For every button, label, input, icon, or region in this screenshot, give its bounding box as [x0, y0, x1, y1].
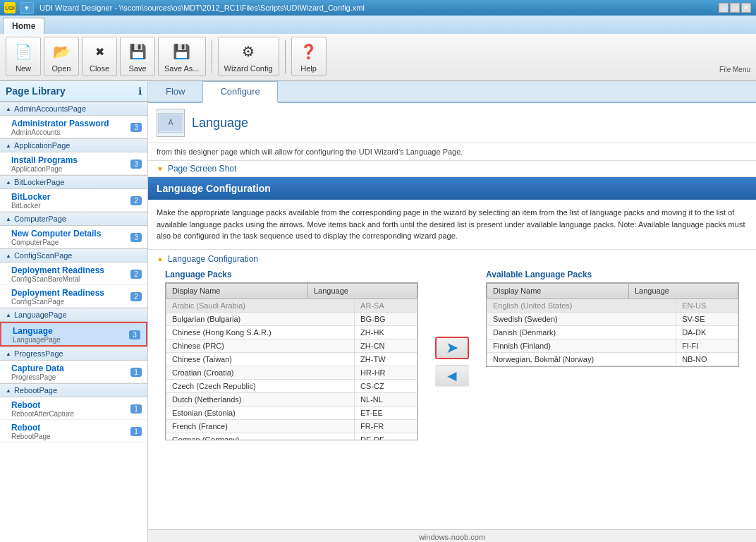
lang-packs-table-wrapper: Display Name Language Arabic (Saudi Arab…	[165, 282, 418, 440]
lang-packs-table: Arabic (Saudi Arabia)AR-SABulgarian (Bul…	[166, 299, 417, 440]
lang-pack-row[interactable]: Chinese (PRC)ZH-CN	[166, 339, 417, 352]
help-button[interactable]: ❓ Help	[291, 37, 327, 76]
help-icon: ❓	[298, 40, 320, 63]
minimize-btn[interactable]: ─	[719, 3, 728, 13]
file-menu-label: File Menu	[719, 66, 750, 76]
sidebar-item-new-computer[interactable]: New Computer Details ComputerPage 3	[0, 226, 147, 248]
sidebar-item-admin-password[interactable]: Administrator Password AdminAccounts 3	[0, 116, 147, 138]
content-body: A Language from this designer page which…	[148, 103, 756, 529]
close-btn[interactable]: ✕	[741, 3, 751, 13]
save-icon: 💾	[126, 40, 149, 63]
lang-config-header: Language Configuration	[148, 177, 756, 200]
arrow-left-icon: ◄	[444, 367, 460, 385]
lang-title: Language	[192, 116, 248, 131]
lang-pack-row[interactable]: Estonian (Estonia)ET-EE	[166, 406, 417, 419]
svg-text:A: A	[169, 119, 173, 126]
avail-pack-row[interactable]: Danish (Denmark)DA-DK	[487, 325, 738, 339]
sidebar-category-admin[interactable]: ▲ AdminAccountsPage	[0, 102, 147, 116]
tab-configure[interactable]: Configure	[202, 81, 277, 103]
avail-pack-row[interactable]: Norwegian, Bokmål (Norway)NB-NO	[487, 352, 738, 366]
category-arrow: ▲	[6, 143, 11, 149]
avail-pack-row[interactable]: English (United States)EN-US	[487, 299, 738, 312]
lang-pack-row[interactable]: Czech (Czech Republic)CS-CZ	[166, 379, 417, 392]
content-tab-bar: Flow Configure	[148, 81, 756, 103]
sidebar-category-progress[interactable]: ▲ ProgressPage	[0, 347, 147, 361]
close-icon: ✖	[88, 40, 111, 63]
lang-packs-col-lang: Language	[307, 283, 417, 298]
sidebar-category-app[interactable]: ▲ ApplicationPage	[0, 138, 147, 152]
avail-pack-row[interactable]: Finnish (Finland)FI-FI	[487, 339, 738, 352]
lang-header: A Language	[148, 103, 756, 143]
lang-description: from this designer page which will allow…	[148, 143, 756, 161]
category-arrow: ▲	[6, 253, 11, 259]
sidebar-category-language[interactable]: ▲ LanguagePage	[0, 308, 147, 322]
save-button[interactable]: 💾 Save	[120, 37, 155, 76]
sidebar: Page Library ℹ ▲ AdminAccountsPage Admin…	[0, 81, 148, 542]
available-packs-title: Available Language Packs	[486, 270, 739, 279]
arrow-right-icon: ➤	[446, 339, 458, 357]
screenshot-toggle[interactable]: ▼ Page Screen Shot	[157, 164, 748, 174]
lang-config-subsection: ▲ Language Configuration Language Packs …	[148, 250, 756, 453]
lang-packs-scroll[interactable]: Arabic (Saudi Arabia)AR-SABulgarian (Bul…	[166, 299, 417, 440]
lang-page-icon: A	[157, 109, 185, 137]
available-packs-container: Available Language Packs Display Name La…	[486, 270, 739, 440]
category-arrow: ▲	[6, 351, 11, 357]
lang-pack-row[interactable]: Arabic (Saudi Arabia)AR-SA	[166, 299, 417, 312]
lang-pack-row[interactable]: Dutch (Netherlands)NL-NL	[166, 392, 417, 406]
sidebar-item-deployment-readiness-2[interactable]: Deployment Readiness ConfigScanPage 2	[0, 285, 147, 308]
save-as-button[interactable]: 💾 Save As...	[158, 37, 206, 76]
move-right-button[interactable]: ➤	[435, 337, 469, 359]
sidebar-item-language[interactable]: Language LanguagePage 3	[0, 322, 147, 347]
category-arrow: ▲	[6, 312, 11, 318]
save-as-icon: 💾	[171, 40, 193, 63]
sidebar-category-computer[interactable]: ▲ ComputerPage	[0, 212, 147, 226]
sidebar-info-icon[interactable]: ℹ	[138, 85, 142, 97]
ribbon: Home 📄 New 📂 Open ✖ Close 💾 Save 💾 Save …	[0, 16, 756, 81]
available-packs-scroll[interactable]: English (United States)EN-USSwedish (Swe…	[487, 299, 738, 366]
new-button[interactable]: 📄 New	[6, 37, 41, 76]
lang-config-description: Make the appropriate language packs avai…	[148, 200, 756, 250]
sidebar-item-capture-data[interactable]: Capture Data ProgressPage 1	[0, 361, 147, 383]
sidebar-category-configscan[interactable]: ▲ ConfigScanPage	[0, 248, 147, 263]
lang-pack-row[interactable]: French (France)FR-FR	[166, 419, 417, 433]
avail-col-lang: Language	[628, 283, 738, 298]
avail-pack-row[interactable]: Swedish (Sweden)SV-SE	[487, 312, 738, 325]
title-text: UDI Wizard Designer - \\sccm\sources\os\…	[39, 4, 365, 12]
lang-pack-row[interactable]: Croatian (Croatia)HR-HR	[166, 366, 417, 379]
wizard-config-button[interactable]: ⚙ Wizard Config	[218, 37, 279, 76]
lang-pack-row[interactable]: Bulgarian (Bulgaria)BG-BG	[166, 312, 417, 325]
maximize-btn[interactable]: □	[730, 3, 740, 13]
lang-pack-row[interactable]: Chinese (Taiwan)ZH-TW	[166, 352, 417, 366]
ribbon-content: 📄 New 📂 Open ✖ Close 💾 Save 💾 Save As...…	[0, 34, 756, 80]
subsection-toggle[interactable]: ▲ Language Configuration	[157, 254, 748, 264]
sidebar-item-deployment-readiness-1[interactable]: Deployment Readiness ConfigScanBareMetal…	[0, 263, 147, 285]
watermark: windows-noob.com	[148, 529, 756, 542]
sidebar-category-reboot[interactable]: ▲ RebootPage	[0, 383, 147, 397]
available-packs-table: English (United States)EN-USSwedish (Swe…	[487, 299, 738, 366]
lang-pack-row[interactable]: Chinese (Hong Kong S.A.R.)ZH-HK	[166, 325, 417, 339]
window-menu[interactable]: ▾	[20, 2, 34, 14]
titlebar: UDI ▾ UDI Wizard Designer - \\sccm\sourc…	[0, 0, 756, 16]
open-icon: 📂	[50, 40, 73, 63]
sidebar-header: Page Library ℹ	[0, 81, 147, 102]
tab-home[interactable]: Home	[3, 18, 44, 34]
category-arrow: ▲	[6, 216, 11, 222]
sidebar-category-bitlocker[interactable]: ▲ BitLockerPage	[0, 175, 147, 189]
tab-flow[interactable]: Flow	[148, 81, 202, 102]
sidebar-item-install-programs[interactable]: Install Programs ApplicationPage 3	[0, 152, 147, 175]
available-packs-header-table: Display Name Language	[487, 283, 738, 299]
sidebar-item-reboot-2[interactable]: Reboot RebootPage 1	[0, 420, 147, 442]
close-button[interactable]: ✖ Close	[82, 37, 117, 76]
sidebar-item-reboot-1[interactable]: Reboot RebootAfterCapture 1	[0, 397, 147, 420]
content-area: Flow Configure A Language from this desi…	[148, 81, 756, 542]
lang-pack-row[interactable]: German (Germany)DE-DE	[166, 433, 417, 440]
subsection-label: Language Configuration	[168, 254, 258, 264]
tables-container: Language Packs Display Name Language	[157, 270, 748, 449]
sidebar-title: Page Library	[6, 85, 66, 97]
sidebar-item-bitlocker[interactable]: BitLocker BitLocker 2	[0, 189, 147, 212]
open-button[interactable]: 📂 Open	[44, 37, 79, 76]
new-icon: 📄	[12, 40, 35, 63]
available-packs-table-wrapper: Display Name Language English (United St…	[486, 282, 739, 367]
category-arrow: ▲	[6, 179, 11, 186]
move-left-button[interactable]: ◄	[435, 365, 469, 387]
